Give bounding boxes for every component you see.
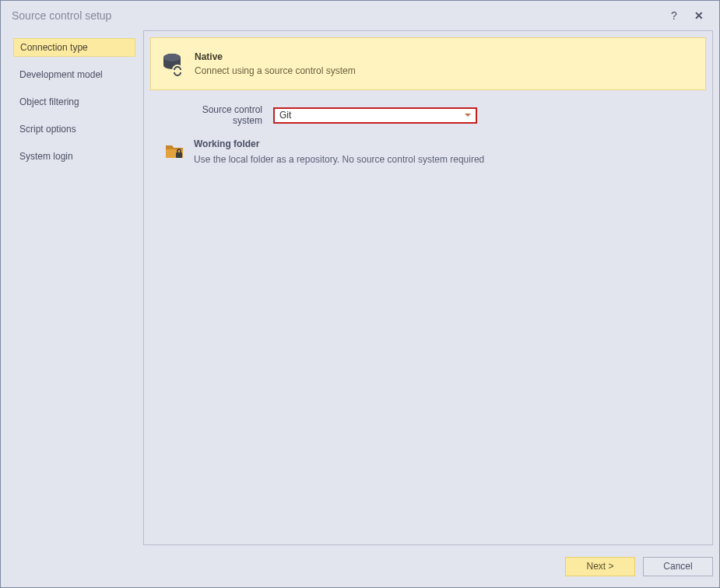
content-spacer xyxy=(150,165,706,538)
dialog-body: Connection type Development model Object… xyxy=(1,30,719,551)
sidebar-item-development-model[interactable]: Development model xyxy=(13,65,135,84)
dialog-title: Source control setup xyxy=(12,9,659,22)
source-control-system-label: Source control system xyxy=(174,104,267,126)
database-link-icon xyxy=(159,51,185,77)
dropdown-value: Git xyxy=(279,110,291,121)
banner-subtitle: Connect using a source control system xyxy=(195,65,356,76)
sidebar-item-label: Connection type xyxy=(20,42,88,53)
working-folder-option[interactable]: Working folder Use the local folder as a… xyxy=(150,126,706,165)
native-banner[interactable]: Native Connect using a source control sy… xyxy=(150,37,706,90)
button-label: Cancel xyxy=(663,561,692,572)
source-control-system-row: Source control system Git xyxy=(150,90,706,126)
sidebar-item-system-login[interactable]: System login xyxy=(13,147,135,166)
wizard-sidebar: Connection type Development model Object… xyxy=(7,30,135,545)
close-button[interactable]: ✕ xyxy=(690,6,708,25)
dialog-footer: Next > Cancel xyxy=(1,551,719,587)
svg-point-1 xyxy=(163,54,181,61)
sidebar-item-label: Development model xyxy=(19,69,103,80)
sidebar-item-connection-type[interactable]: Connection type xyxy=(13,38,135,57)
folder-lock-icon xyxy=(164,140,184,160)
working-folder-title: Working folder xyxy=(194,138,484,149)
working-folder-subtitle: Use the local folder as a repository. No… xyxy=(194,154,484,165)
banner-text: Native Connect using a source control sy… xyxy=(195,51,356,76)
button-label: Next > xyxy=(586,561,613,572)
cancel-button[interactable]: Cancel xyxy=(643,557,713,576)
chevron-down-icon xyxy=(465,114,471,117)
sidebar-item-label: Object filtering xyxy=(19,96,79,107)
sidebar-item-label: Script options xyxy=(19,124,76,135)
sidebar-item-object-filtering[interactable]: Object filtering xyxy=(13,93,135,111)
svg-rect-3 xyxy=(176,152,182,158)
next-button[interactable]: Next > xyxy=(565,557,635,576)
sidebar-item-label: System login xyxy=(19,151,73,162)
banner-title: Native xyxy=(195,51,356,62)
sidebar-item-script-options[interactable]: Script options xyxy=(13,120,135,138)
help-button[interactable]: ? xyxy=(665,6,683,25)
dialog-window: Source control setup ? ✕ Connection type… xyxy=(0,0,720,588)
titlebar: Source control setup ? ✕ xyxy=(1,1,719,30)
working-folder-text: Working folder Use the local folder as a… xyxy=(194,138,484,165)
source-control-system-dropdown[interactable]: Git xyxy=(273,107,477,124)
main-panel: Native Connect using a source control sy… xyxy=(143,30,713,545)
